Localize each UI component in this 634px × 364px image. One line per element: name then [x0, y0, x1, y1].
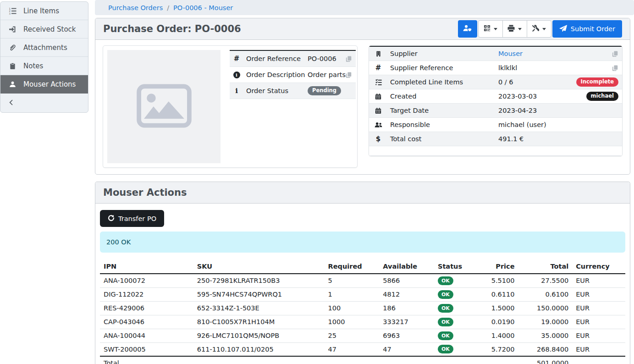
cell-available: 47: [379, 342, 434, 356]
user-badge: michael: [586, 92, 618, 101]
sidebar-item-line-items[interactable]: 123 Line Items: [0, 2, 88, 20]
ok-badge: OK: [438, 304, 453, 313]
qrcode-icon: [484, 25, 491, 33]
column-header-ipn: IPN: [100, 259, 193, 274]
copy-icon[interactable]: [346, 55, 356, 62]
paperclip-icon: [8, 44, 17, 51]
mouser-actions-title: Mouser Actions: [103, 187, 187, 198]
ordered-list-icon: 123: [8, 7, 17, 15]
sidebar-item-label: Line Items: [23, 7, 59, 15]
cell-status: OK: [434, 301, 474, 315]
status-badge: Pending: [308, 86, 341, 95]
detail-label: Total cost: [387, 135, 498, 143]
checklist-icon: [369, 79, 387, 86]
responsible-row: Responsible michael (user): [369, 118, 622, 132]
table-row: DIG-112022 595-SN74HCS74QPWRQ1 1 4812 OK…: [100, 287, 625, 301]
order-details-table: # Order Reference PO-0006 i Order Descri…: [230, 50, 356, 99]
cell-status: OK: [434, 274, 474, 287]
order-actions-button[interactable]: [527, 20, 551, 38]
parts-table: IPN SKU Required Available Status Price …: [100, 259, 625, 364]
detail-label: Responsible: [387, 121, 498, 128]
submit-order-label: Submit Order: [571, 25, 615, 33]
sidebar-item-attachments[interactable]: Attachments: [0, 39, 88, 57]
target-date-row: Target Date 2023-04-23: [369, 104, 622, 118]
breadcrumb-separator: /: [167, 4, 169, 11]
column-header-status: Status: [434, 259, 474, 274]
print-actions-button[interactable]: [502, 20, 527, 38]
supplier-row: Supplier Mouser: [369, 47, 622, 61]
breadcrumb-link-current-order[interactable]: PO-0006 - Mouser: [173, 4, 233, 11]
created-row: Created 2023-03-03 michael: [369, 89, 622, 104]
mouser-actions-body: Transfer PO 200 OK IPN SKU Required Avai…: [95, 204, 630, 364]
sidebar-item-mouser-actions[interactable]: Mouser Actions: [0, 75, 88, 94]
paper-plane-icon: [559, 25, 567, 33]
user-icon: [8, 81, 17, 88]
sidebar-item-label: Mouser Actions: [23, 80, 76, 88]
cell-total: 0.6100: [518, 287, 573, 301]
status-alert: 200 OK: [100, 232, 625, 253]
cell-required: 100: [325, 301, 380, 315]
ok-badge: OK: [438, 276, 453, 285]
sidebar-collapse-button[interactable]: [0, 94, 88, 112]
supplier-link[interactable]: Mouser: [498, 50, 523, 57]
breadcrumb: Purchase Orders / PO-0006 - Mouser: [95, 0, 634, 15]
purchase-order-panel: Purchase Order: PO-0006: [95, 18, 630, 175]
breadcrumb-link-purchase-orders[interactable]: Purchase Orders: [108, 4, 163, 11]
detail-label: Order Description: [243, 71, 308, 78]
completed-line-items-row: Completed Line Items 0 / 6 Incomplete: [369, 75, 622, 89]
detail-label: Completed Line Items: [387, 78, 498, 86]
copy-icon[interactable]: [612, 65, 622, 72]
main-content: Purchase Orders / PO-0006 - Mouser Purch…: [95, 0, 634, 364]
dollar-icon: $: [369, 135, 387, 143]
page-title: Purchase Order: PO-0006: [103, 23, 241, 34]
order-status-row: i Order Status Pending: [230, 83, 356, 99]
parts-table-header-row: IPN SKU Required Available Status Price …: [100, 259, 625, 274]
order-reference-row: # Order Reference PO-0006: [230, 51, 356, 67]
image-placeholder-icon: [136, 83, 192, 130]
mouser-actions-panel: Mouser Actions Transfer PO 200 OK I: [95, 182, 630, 364]
detail-value: 2023-03-03: [498, 93, 586, 100]
cell-total: 27.5500: [518, 274, 573, 287]
ok-badge: OK: [438, 290, 453, 299]
purchase-order-panel-header: Purchase Order: PO-0006: [95, 18, 630, 40]
calendar-icon: [369, 107, 387, 114]
cell-status: OK: [434, 287, 474, 301]
detail-value: 491.1 €: [498, 135, 622, 143]
cell-available: 6963: [379, 329, 434, 342]
cell-required: 1000: [325, 315, 380, 329]
ok-badge: OK: [438, 345, 453, 353]
copy-icon[interactable]: [612, 50, 622, 57]
sidebar-item-label: Attachments: [23, 44, 67, 52]
column-header-sku: SKU: [193, 259, 325, 274]
detail-value: michael (user): [498, 121, 622, 128]
cell-ipn: ANA-100044: [100, 329, 193, 342]
cell-currency: EUR: [572, 329, 625, 342]
user-actions-button[interactable]: [458, 20, 477, 38]
caret-down-icon: [494, 28, 497, 30]
copy-icon[interactable]: [346, 72, 356, 78]
order-description-row: i Order Description Order parts: [230, 67, 356, 83]
barcode-actions-button[interactable]: [478, 20, 503, 38]
building-icon: [369, 50, 387, 57]
tools-icon: [532, 25, 539, 33]
clipboard-icon: [8, 62, 17, 70]
cell-price: 5.5100: [474, 274, 518, 287]
table-footer-row: Total 501.0000: [100, 356, 625, 364]
column-header-required: Required: [325, 259, 380, 274]
sidebar-item-notes[interactable]: Notes: [0, 57, 88, 75]
detail-value: 2023-04-23: [498, 107, 622, 114]
table-row: SWT-200005 611-110.107.011/0205 47 47 OK…: [100, 342, 625, 356]
cell-ipn: SWT-200005: [100, 342, 193, 356]
cell-sku: 926-LMC7101QM5/NOPB: [193, 329, 325, 342]
cell-required: 47: [325, 342, 380, 356]
sidebar-item-received-stock[interactable]: Received Stock: [0, 20, 88, 39]
cell-price: 5.7200: [474, 342, 518, 356]
transfer-po-button[interactable]: Transfer PO: [100, 210, 164, 227]
submit-order-button[interactable]: Submit Order: [552, 20, 622, 38]
order-image-placeholder[interactable]: [107, 50, 221, 163]
cell-currency: EUR: [572, 287, 625, 301]
table-row: CAP-043046 810-C1005X7R1H104M 1000 33321…: [100, 315, 625, 329]
sidebar-item-label: Received Stock: [23, 25, 76, 33]
sidebar: 123 Line Items Received Stock Attachment…: [0, 1, 88, 113]
cell-ipn: ANA-100072: [100, 274, 193, 287]
